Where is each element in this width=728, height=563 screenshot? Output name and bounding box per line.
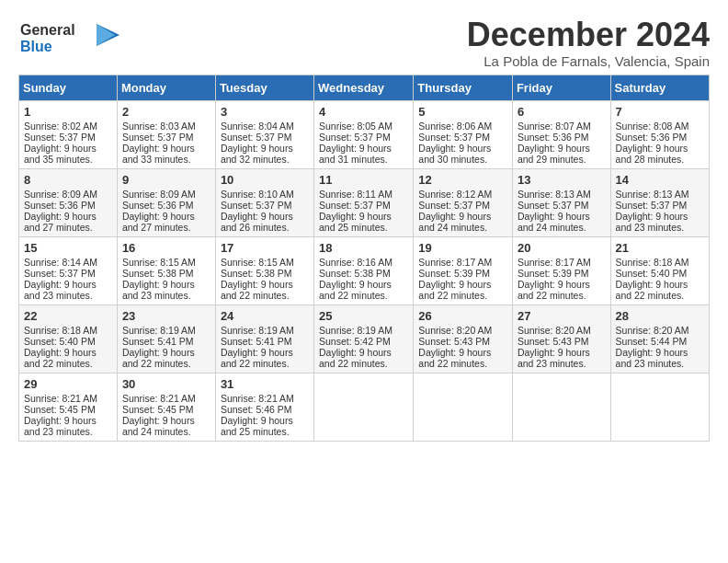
day-number: 20 — [518, 241, 606, 255]
day-number: 26 — [418, 309, 507, 323]
sunset-text: Sunset: 5:38 PM — [221, 268, 292, 279]
daylight-text: Daylight: 9 hours and 24 minutes. — [122, 415, 195, 437]
daylight-text: Daylight: 9 hours and 22 minutes. — [518, 279, 590, 301]
sunrise-text: Sunrise: 8:07 AM — [518, 121, 591, 132]
sunrise-text: Sunrise: 8:15 AM — [221, 257, 294, 268]
sunset-text: Sunset: 5:37 PM — [221, 132, 292, 143]
daylight-text: Daylight: 9 hours and 22 minutes. — [319, 279, 392, 301]
sunset-text: Sunset: 5:39 PM — [418, 268, 490, 279]
col-sunday: Sunday — [19, 75, 118, 100]
col-saturday: Saturday — [610, 75, 709, 100]
day-number: 27 — [518, 309, 606, 323]
daylight-text: Daylight: 9 hours and 23 minutes. — [616, 347, 688, 369]
day-number: 18 — [319, 241, 408, 255]
sunrise-text: Sunrise: 8:18 AM — [616, 257, 689, 268]
sunset-text: Sunset: 5:36 PM — [24, 200, 96, 211]
sunrise-text: Sunrise: 8:14 AM — [24, 257, 97, 268]
main-title: December 2024 — [467, 17, 710, 53]
sunrise-text: Sunrise: 8:19 AM — [319, 325, 392, 336]
day-number: 11 — [319, 173, 408, 187]
sunset-text: Sunset: 5:41 PM — [221, 336, 292, 347]
sunset-text: Sunset: 5:39 PM — [518, 268, 589, 279]
sunset-text: Sunset: 5:46 PM — [221, 404, 292, 415]
sunrise-text: Sunrise: 8:17 AM — [518, 257, 591, 268]
sunset-text: Sunset: 5:37 PM — [418, 132, 490, 143]
sunrise-text: Sunrise: 8:12 AM — [418, 189, 492, 200]
daylight-text: Daylight: 9 hours and 23 minutes. — [24, 279, 97, 301]
calendar-cell: 15 Sunrise: 8:14 AM Sunset: 5:37 PM Dayl… — [19, 236, 118, 304]
day-number: 6 — [518, 105, 606, 119]
calendar-cell: 8 Sunrise: 8:09 AM Sunset: 5:36 PM Dayli… — [19, 168, 118, 236]
sunrise-text: Sunrise: 8:21 AM — [24, 393, 97, 404]
sunrise-text: Sunrise: 8:03 AM — [122, 121, 196, 132]
sunrise-text: Sunrise: 8:19 AM — [122, 325, 196, 336]
sunrise-text: Sunrise: 8:20 AM — [616, 325, 689, 336]
sunset-text: Sunset: 5:37 PM — [518, 200, 589, 211]
sunset-text: Sunset: 5:40 PM — [24, 336, 96, 347]
sunrise-text: Sunrise: 8:09 AM — [122, 189, 196, 200]
calendar-cell: 20 Sunrise: 8:17 AM Sunset: 5:39 PM Dayl… — [512, 236, 610, 304]
day-number: 28 — [616, 309, 704, 323]
day-number: 2 — [122, 105, 210, 119]
sunset-text: Sunset: 5:44 PM — [616, 336, 688, 347]
sunset-text: Sunset: 5:37 PM — [418, 200, 490, 211]
day-number: 23 — [122, 309, 210, 323]
sunset-text: Sunset: 5:36 PM — [122, 200, 194, 211]
sunrise-text: Sunrise: 8:21 AM — [122, 393, 196, 404]
calendar-cell: 1 Sunrise: 8:02 AM Sunset: 5:37 PM Dayli… — [19, 100, 118, 168]
col-thursday: Thursday — [414, 75, 513, 100]
daylight-text: Daylight: 9 hours and 32 minutes. — [221, 143, 293, 165]
daylight-text: Daylight: 9 hours and 28 minutes. — [616, 143, 688, 165]
header: General Blue December 2024 La Pobla de F… — [18, 17, 710, 69]
logo-text: General Blue — [18, 17, 119, 61]
sunrise-text: Sunrise: 8:19 AM — [221, 325, 294, 336]
day-number: 12 — [418, 173, 507, 187]
day-number: 24 — [221, 309, 309, 323]
daylight-text: Daylight: 9 hours and 22 minutes. — [221, 347, 293, 369]
daylight-text: Daylight: 9 hours and 31 minutes. — [319, 143, 392, 165]
day-number: 10 — [221, 173, 309, 187]
sunrise-text: Sunrise: 8:17 AM — [418, 257, 492, 268]
daylight-text: Daylight: 9 hours and 23 minutes. — [518, 347, 590, 369]
calendar-cell: 13 Sunrise: 8:13 AM Sunset: 5:37 PM Dayl… — [512, 168, 610, 236]
day-number: 21 — [616, 241, 704, 255]
sunset-text: Sunset: 5:37 PM — [24, 268, 96, 279]
daylight-text: Daylight: 9 hours and 27 minutes. — [24, 211, 97, 233]
day-number: 17 — [221, 241, 309, 255]
sunrise-text: Sunrise: 8:02 AM — [24, 121, 97, 132]
calendar-cell: 10 Sunrise: 8:10 AM Sunset: 5:37 PM Dayl… — [215, 168, 313, 236]
sunset-text: Sunset: 5:37 PM — [319, 200, 391, 211]
day-number: 9 — [122, 173, 210, 187]
daylight-text: Daylight: 9 hours and 26 minutes. — [221, 211, 293, 233]
daylight-text: Daylight: 9 hours and 35 minutes. — [24, 143, 97, 165]
daylight-text: Daylight: 9 hours and 33 minutes. — [122, 143, 195, 165]
calendar-cell: 28 Sunrise: 8:20 AM Sunset: 5:44 PM Dayl… — [610, 304, 709, 373]
sunset-text: Sunset: 5:38 PM — [319, 268, 391, 279]
daylight-text: Daylight: 9 hours and 25 minutes. — [319, 211, 392, 233]
sunset-text: Sunset: 5:43 PM — [518, 336, 589, 347]
sunset-text: Sunset: 5:41 PM — [122, 336, 194, 347]
col-tuesday: Tuesday — [215, 75, 313, 100]
sunset-text: Sunset: 5:36 PM — [518, 132, 589, 143]
calendar-cell: 21 Sunrise: 8:18 AM Sunset: 5:40 PM Dayl… — [610, 236, 709, 304]
day-number: 3 — [221, 105, 309, 119]
day-number: 4 — [319, 105, 408, 119]
subtitle: La Pobla de Farnals, Valencia, Spain — [467, 53, 710, 69]
calendar-cell: 17 Sunrise: 8:15 AM Sunset: 5:38 PM Dayl… — [215, 236, 313, 304]
calendar-cell: 14 Sunrise: 8:13 AM Sunset: 5:37 PM Dayl… — [610, 168, 709, 236]
sunrise-text: Sunrise: 8:06 AM — [418, 121, 492, 132]
day-number: 14 — [616, 173, 704, 187]
day-number: 15 — [24, 241, 112, 255]
sunset-text: Sunset: 5:37 PM — [221, 200, 292, 211]
day-number: 5 — [418, 105, 507, 119]
calendar-cell: 7 Sunrise: 8:08 AM Sunset: 5:36 PM Dayli… — [610, 100, 709, 168]
sunrise-text: Sunrise: 8:09 AM — [24, 189, 97, 200]
calendar-cell — [314, 373, 414, 441]
calendar-header-row: Sunday Monday Tuesday Wednesday Thursday… — [19, 75, 710, 100]
calendar-cell: 11 Sunrise: 8:11 AM Sunset: 5:37 PM Dayl… — [314, 168, 414, 236]
page: General Blue December 2024 La Pobla de F… — [0, 0, 728, 451]
calendar-table: Sunday Monday Tuesday Wednesday Thursday… — [18, 75, 710, 442]
logo: General Blue — [18, 17, 119, 61]
sunrise-text: Sunrise: 8:13 AM — [518, 189, 591, 200]
calendar-cell: 16 Sunrise: 8:15 AM Sunset: 5:38 PM Dayl… — [117, 236, 215, 304]
